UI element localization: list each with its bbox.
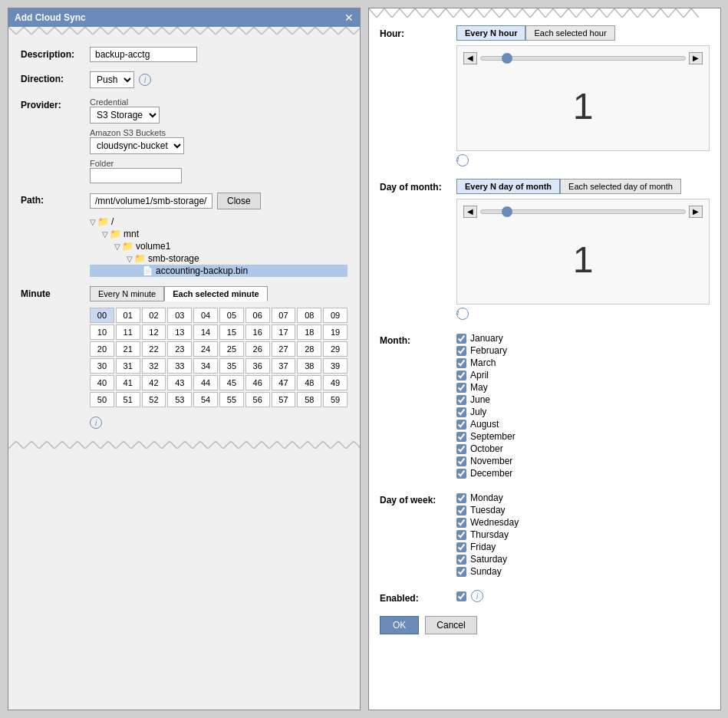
minute-cell-17[interactable]: 17 xyxy=(272,324,296,340)
minute-cell-22[interactable]: 22 xyxy=(142,341,166,357)
minute-cell-46[interactable]: 46 xyxy=(245,375,270,390)
minute-cell-19[interactable]: 19 xyxy=(323,324,348,340)
minute-cell-57[interactable]: 57 xyxy=(272,392,296,407)
minute-cell-37[interactable]: 37 xyxy=(272,358,296,374)
month-checkbox-october[interactable] xyxy=(456,444,466,454)
tree-item-accounting-backup[interactable]: 📄 accounting-backup.bin xyxy=(90,265,348,277)
tree-toggle-root[interactable]: ▽ xyxy=(90,218,96,226)
minute-tab-every[interactable]: Every N minute xyxy=(90,286,164,301)
minute-cell-58[interactable]: 58 xyxy=(297,392,321,407)
minute-cell-42[interactable]: 42 xyxy=(142,375,166,390)
minute-cell-31[interactable]: 31 xyxy=(116,358,140,374)
minute-cell-27[interactable]: 27 xyxy=(272,341,296,357)
minute-cell-14[interactable]: 14 xyxy=(193,324,218,340)
minute-cell-02[interactable]: 02 xyxy=(142,308,166,323)
folder-input[interactable] xyxy=(90,168,182,183)
enabled-checkbox[interactable] xyxy=(456,591,466,601)
minute-cell-59[interactable]: 59 xyxy=(323,392,348,407)
minute-cell-51[interactable]: 51 xyxy=(116,392,140,407)
hour-tab-every[interactable]: Every N hour xyxy=(456,25,525,41)
minute-cell-34[interactable]: 34 xyxy=(193,358,218,374)
description-input[interactable] xyxy=(90,47,197,62)
minute-cell-04[interactable]: 04 xyxy=(193,308,218,323)
minute-cell-05[interactable]: 05 xyxy=(219,308,244,323)
direction-select[interactable]: Push Pull xyxy=(90,71,134,88)
minute-cell-32[interactable]: 32 xyxy=(142,358,166,374)
month-checkbox-january[interactable] xyxy=(456,334,466,344)
minute-cell-23[interactable]: 23 xyxy=(167,341,192,357)
minute-cell-50[interactable]: 50 xyxy=(90,392,114,407)
minute-cell-07[interactable]: 07 xyxy=(272,308,296,323)
minute-cell-41[interactable]: 41 xyxy=(116,375,140,390)
tree-item-smb-storage[interactable]: ▽ 📁 smb-storage xyxy=(90,252,348,265)
direction-info-icon[interactable]: i xyxy=(139,74,151,86)
minute-cell-35[interactable]: 35 xyxy=(219,358,244,374)
minute-cell-13[interactable]: 13 xyxy=(167,324,192,340)
dow-checkbox-tuesday[interactable] xyxy=(456,506,466,515)
dow-checkbox-saturday[interactable] xyxy=(456,555,466,565)
minute-cell-30[interactable]: 30 xyxy=(90,358,114,374)
minute-cell-53[interactable]: 53 xyxy=(167,392,192,407)
close-window-button[interactable]: ✕ xyxy=(344,12,354,24)
minute-cell-29[interactable]: 29 xyxy=(323,341,348,357)
minute-cell-56[interactable]: 56 xyxy=(245,392,270,407)
dom-slider-thumb[interactable] xyxy=(502,206,512,217)
minute-cell-21[interactable]: 21 xyxy=(116,341,140,357)
minute-cell-44[interactable]: 44 xyxy=(193,375,218,390)
minute-cell-39[interactable]: 39 xyxy=(323,358,348,374)
minute-info-icon[interactable]: i xyxy=(90,417,102,429)
minute-cell-08[interactable]: 08 xyxy=(297,308,321,323)
hour-slider-track[interactable] xyxy=(480,56,686,61)
minute-cell-47[interactable]: 47 xyxy=(272,375,296,390)
minute-cell-55[interactable]: 55 xyxy=(219,392,244,407)
minute-cell-01[interactable]: 01 xyxy=(116,308,140,323)
minute-cell-28[interactable]: 28 xyxy=(297,341,321,357)
month-checkbox-august[interactable] xyxy=(456,420,466,430)
minute-cell-43[interactable]: 43 xyxy=(167,375,192,390)
cancel-button[interactable]: Cancel xyxy=(425,616,476,634)
path-input[interactable] xyxy=(90,193,212,209)
hour-slider-right[interactable]: ▶ xyxy=(689,52,703,64)
minute-cell-11[interactable]: 11 xyxy=(116,324,140,340)
minute-cell-49[interactable]: 49 xyxy=(323,375,348,390)
minute-cell-40[interactable]: 40 xyxy=(90,375,114,390)
minute-cell-20[interactable]: 20 xyxy=(90,341,114,357)
tree-item-volume1[interactable]: ▽ 📁 volume1 xyxy=(90,240,348,252)
month-checkbox-december[interactable] xyxy=(456,469,466,479)
month-checkbox-june[interactable] xyxy=(456,395,466,405)
dom-slider-left[interactable]: ◀ xyxy=(463,206,477,218)
dom-info-icon[interactable]: i xyxy=(456,308,469,320)
ok-button[interactable]: OK xyxy=(380,616,419,634)
month-checkbox-november[interactable] xyxy=(456,456,466,466)
dom-slider-right[interactable]: ▶ xyxy=(689,206,703,218)
tree-toggle-volume1[interactable]: ▽ xyxy=(114,242,120,251)
dom-tab-selected[interactable]: Each selected day of month xyxy=(560,179,681,194)
hour-slider-thumb[interactable] xyxy=(502,53,512,64)
dow-checkbox-thursday[interactable] xyxy=(456,530,466,540)
path-close-button[interactable]: Close xyxy=(217,193,261,209)
minute-cell-38[interactable]: 38 xyxy=(297,358,321,374)
month-checkbox-february[interactable] xyxy=(456,346,466,356)
bucket-select[interactable]: cloudsync-bucket xyxy=(90,137,184,154)
tree-toggle-smb[interactable]: ▽ xyxy=(127,255,133,263)
minute-cell-06[interactable]: 06 xyxy=(245,308,270,323)
enabled-info-icon[interactable]: i xyxy=(471,590,483,602)
minute-cell-12[interactable]: 12 xyxy=(142,324,166,340)
hour-slider-left[interactable]: ◀ xyxy=(463,52,477,64)
minute-cell-36[interactable]: 36 xyxy=(245,358,270,374)
minute-cell-54[interactable]: 54 xyxy=(193,392,218,407)
dow-checkbox-friday[interactable] xyxy=(456,542,466,552)
tree-toggle-mnt[interactable]: ▽ xyxy=(102,230,108,239)
minute-cell-33[interactable]: 33 xyxy=(167,358,192,374)
dow-checkbox-sunday[interactable] xyxy=(456,567,466,577)
minute-cell-26[interactable]: 26 xyxy=(245,341,270,357)
minute-cell-52[interactable]: 52 xyxy=(142,392,166,407)
dom-slider-track[interactable] xyxy=(480,209,686,214)
tree-item-mnt[interactable]: ▽ 📁 mnt xyxy=(90,228,348,240)
month-checkbox-may[interactable] xyxy=(456,383,466,393)
minute-cell-10[interactable]: 10 xyxy=(90,324,114,340)
month-checkbox-april[interactable] xyxy=(456,371,466,380)
credential-select[interactable]: S3 Storage xyxy=(90,107,160,124)
minute-cell-15[interactable]: 15 xyxy=(219,324,244,340)
minute-cell-45[interactable]: 45 xyxy=(219,375,244,390)
